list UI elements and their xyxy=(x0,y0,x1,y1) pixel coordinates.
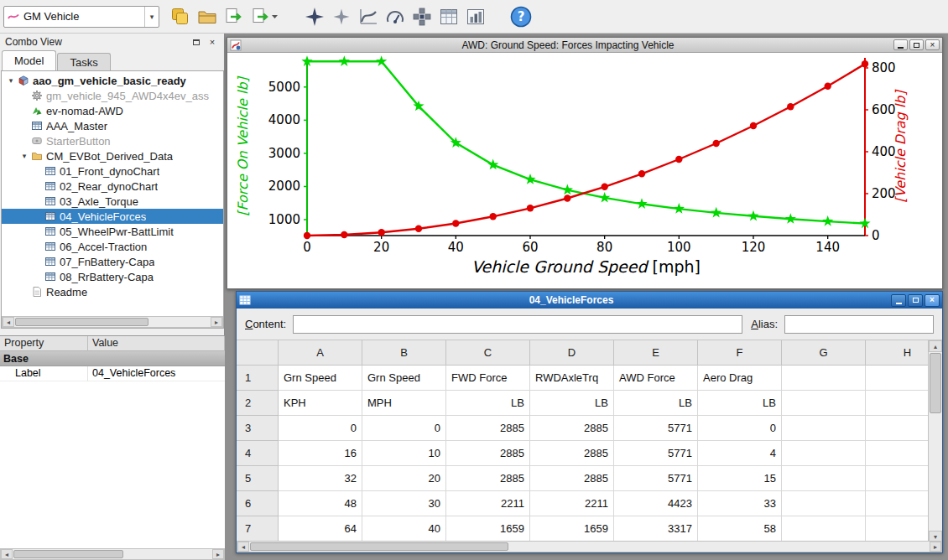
cell-A5[interactable]: 32 xyxy=(279,466,362,491)
scroll-right-icon[interactable]: ▸ xyxy=(212,549,224,559)
cell-F6[interactable]: 33 xyxy=(698,491,782,516)
gauge-button[interactable] xyxy=(383,4,408,29)
col-header-B[interactable]: B xyxy=(362,340,446,366)
row-header-1[interactable]: 1 xyxy=(237,366,279,391)
col-header-H[interactable]: H xyxy=(866,340,928,366)
cell-D1[interactable]: RWDAxleTrq xyxy=(530,366,614,391)
cell-D4[interactable]: 2885 xyxy=(530,441,614,466)
close-button[interactable]: × xyxy=(925,294,940,307)
tree-item-aao_gm_vehicle_basic_ready[interactable]: ▾aao_gm_vehicle_basic_ready xyxy=(2,73,223,88)
cell-H2[interactable] xyxy=(866,391,928,416)
scroll-thumb[interactable] xyxy=(13,550,123,558)
close-button[interactable]: × xyxy=(925,39,940,50)
cell-H3[interactable] xyxy=(866,416,928,441)
cell-E3[interactable]: 5771 xyxy=(614,416,698,441)
sheet-horizontal-scrollbar[interactable]: ◂ ▸ xyxy=(237,541,942,552)
cell-B4[interactable]: 10 xyxy=(362,441,446,466)
export-link-button[interactable] xyxy=(221,4,247,29)
cell-B2[interactable]: MPH xyxy=(362,391,446,416)
tree-item-04_VehicleForces[interactable]: 04_VehicleForces xyxy=(2,209,223,224)
scroll-track[interactable] xyxy=(13,549,212,559)
tree-item-07_FnBattery-Capa[interactable]: 07_FnBattery-Capa xyxy=(2,254,223,269)
scroll-left-icon[interactable]: ◂ xyxy=(3,317,14,327)
cell-D3[interactable]: 2885 xyxy=(530,416,614,441)
plot-window-titlebar[interactable]: AWD: Ground Speed: Forces Impacting Vehi… xyxy=(227,38,942,53)
tree-item-AAA_Master[interactable]: AAA_Master xyxy=(2,118,223,133)
tree-item-06_Accel-Traction[interactable]: 06_Accel-Traction xyxy=(2,239,223,254)
cell-A7[interactable]: 64 xyxy=(279,516,362,542)
minimize-button[interactable] xyxy=(893,39,908,50)
col-header-G[interactable]: G xyxy=(782,340,866,366)
minimize-button[interactable] xyxy=(891,294,906,307)
cell-H6[interactable] xyxy=(866,491,928,516)
cell-H5[interactable] xyxy=(866,466,928,491)
cell-G3[interactable] xyxy=(782,416,866,441)
scroll-track[interactable] xyxy=(249,542,930,552)
cell-D6[interactable]: 2211 xyxy=(530,491,614,516)
cell-H7[interactable] xyxy=(866,516,928,542)
scroll-up-icon[interactable]: ▴ xyxy=(929,340,942,352)
cell-E2[interactable]: LB xyxy=(614,391,698,416)
cell-C4[interactable]: 2885 xyxy=(446,441,530,466)
cell-C3[interactable]: 2885 xyxy=(446,416,530,441)
tree-item-CM_EVBot_Derived_Data[interactable]: ▾CM_EVBot_Derived_Data xyxy=(2,148,223,163)
row-header-5[interactable]: 5 xyxy=(237,466,279,491)
cell-A2[interactable]: KPH xyxy=(279,391,362,416)
scroll-track[interactable] xyxy=(929,352,942,531)
crosshair-add-button[interactable] xyxy=(409,4,435,29)
cell-H1[interactable] xyxy=(866,366,928,391)
macro-stack-button[interactable] xyxy=(168,4,193,29)
scroll-right-icon[interactable]: ▸ xyxy=(211,317,222,327)
open-folder-button[interactable] xyxy=(195,4,220,29)
value-column-header[interactable]: Value xyxy=(88,336,225,351)
workbench-selector[interactable]: GM Vehicle ▾ xyxy=(3,6,159,28)
cell-G2[interactable] xyxy=(782,391,866,416)
dyno-curve-button[interactable] xyxy=(356,4,381,29)
property-group-base[interactable]: Base xyxy=(0,351,225,366)
scroll-left-icon[interactable]: ◂ xyxy=(237,542,249,552)
chart-sheet-alt-button[interactable] xyxy=(463,4,488,29)
tree-item-03_Axle_Torque[interactable]: 03_Axle_Torque xyxy=(2,194,223,209)
col-header-D[interactable]: D xyxy=(530,340,614,366)
cell-content-input[interactable] xyxy=(293,315,742,334)
cell-B1[interactable]: Grn Speed xyxy=(362,366,446,391)
cell-D7[interactable]: 1659 xyxy=(530,516,614,542)
scroll-thumb[interactable] xyxy=(250,542,508,551)
cell-C7[interactable]: 1659 xyxy=(446,516,530,542)
cell-A3[interactable]: 0 xyxy=(279,416,362,441)
tree-horizontal-scrollbar[interactable]: ◂ ▸ xyxy=(2,316,223,328)
cell-B7[interactable]: 40 xyxy=(362,516,446,542)
export-link-dropdown-button[interactable] xyxy=(248,4,280,29)
chart-sheet-button[interactable] xyxy=(436,4,461,29)
col-header-A[interactable]: A xyxy=(279,340,362,366)
tree-item-gm_vehicle_945_AWD4x4ev_ass[interactable]: gm_vehicle_945_AWD4x4ev_ass xyxy=(2,88,223,103)
cell-D2[interactable]: LB xyxy=(530,391,614,416)
restore-button[interactable] xyxy=(908,294,923,307)
cell-F3[interactable]: 0 xyxy=(698,416,782,441)
expander-icon[interactable]: ▾ xyxy=(18,152,30,160)
help-button[interactable]: ? xyxy=(508,4,534,29)
select-star-alt-button[interactable] xyxy=(329,4,354,29)
restore-button[interactable] xyxy=(909,39,924,50)
tree-item-05_WheelPwr-BattLimit[interactable]: 05_WheelPwr-BattLimit xyxy=(2,224,223,239)
scroll-thumb[interactable] xyxy=(930,353,941,413)
cell-G4[interactable] xyxy=(782,441,866,466)
scroll-track[interactable] xyxy=(14,317,211,327)
expander-icon[interactable]: ▾ xyxy=(5,76,17,85)
cell-G1[interactable] xyxy=(782,366,866,391)
cell-A1[interactable]: Grn Speed xyxy=(279,366,362,391)
cell-F2[interactable]: LB xyxy=(698,391,782,416)
cell-A6[interactable]: 48 xyxy=(279,491,362,516)
property-row-label[interactable]: Label 04_VehicleForces xyxy=(0,366,225,381)
col-header-C[interactable]: C xyxy=(446,340,530,366)
row-header-7[interactable]: 7 xyxy=(237,516,279,542)
scroll-thumb[interactable] xyxy=(15,318,148,326)
cell-B3[interactable]: 0 xyxy=(362,416,446,441)
cell-F5[interactable]: 15 xyxy=(698,466,782,491)
property-column-header[interactable]: Property xyxy=(0,336,88,351)
cell-F4[interactable]: 4 xyxy=(698,441,782,466)
tree-item-01_Front_dynoChart[interactable]: 01_Front_dynoChart xyxy=(2,163,223,179)
cell-C2[interactable]: LB xyxy=(446,391,530,416)
cell-G7[interactable] xyxy=(782,516,866,542)
scroll-left-icon[interactable]: ◂ xyxy=(1,549,13,559)
